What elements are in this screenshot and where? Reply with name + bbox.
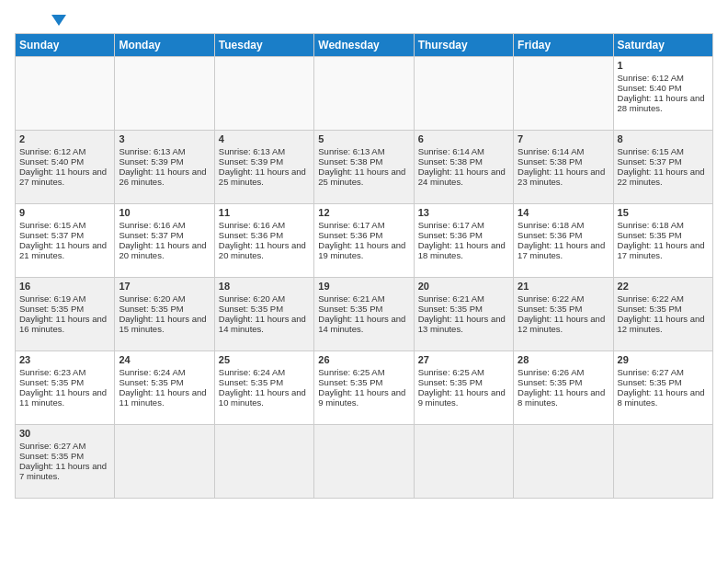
- calendar-cell: 25Sunrise: 6:24 AMSunset: 5:35 PMDayligh…: [214, 351, 313, 425]
- cell-info: Sunrise: 6:23 AMSunset: 5:35 PMDaylight:…: [19, 367, 107, 408]
- day-number: 1: [618, 60, 709, 71]
- day-number: 13: [418, 207, 509, 218]
- calendar-cell: [514, 425, 613, 499]
- calendar-cell: [414, 425, 513, 499]
- cell-info: Sunrise: 6:16 AMSunset: 5:36 PMDaylight:…: [219, 220, 306, 260]
- calendar-cell: 17Sunrise: 6:20 AMSunset: 5:35 PMDayligh…: [115, 278, 214, 351]
- day-number: 30: [19, 428, 110, 439]
- calendar-cell: 24Sunrise: 6:24 AMSunset: 5:35 PMDayligh…: [115, 351, 214, 425]
- column-header-thursday: Thursday: [414, 34, 513, 57]
- calendar-cell: 1Sunrise: 6:12 AMSunset: 5:40 PMDaylight…: [613, 57, 712, 131]
- calendar-cell: [314, 425, 414, 499]
- day-number: 18: [219, 281, 310, 292]
- cell-info: Sunrise: 6:16 AMSunset: 5:37 PMDaylight:…: [119, 220, 206, 260]
- calendar-cell: [115, 425, 214, 499]
- day-number: 26: [318, 354, 409, 365]
- day-number: 19: [318, 281, 409, 292]
- calendar-cell: [115, 57, 214, 131]
- calendar-cell: 2Sunrise: 6:12 AMSunset: 5:40 PMDaylight…: [16, 131, 115, 204]
- day-number: 22: [618, 281, 709, 292]
- calendar-cell: 29Sunrise: 6:27 AMSunset: 5:35 PMDayligh…: [613, 351, 712, 425]
- cell-info: Sunrise: 6:27 AMSunset: 5:35 PMDaylight:…: [19, 441, 107, 481]
- calendar-cell: 20Sunrise: 6:21 AMSunset: 5:35 PMDayligh…: [414, 278, 513, 351]
- calendar-cell: 9Sunrise: 6:15 AMSunset: 5:37 PMDaylight…: [16, 204, 115, 278]
- cell-info: Sunrise: 6:26 AMSunset: 5:35 PMDaylight:…: [518, 367, 605, 408]
- calendar-cell: [613, 425, 712, 499]
- calendar-header-row: SundayMondayTuesdayWednesdayThursdayFrid…: [16, 34, 713, 57]
- calendar-cell: 10Sunrise: 6:16 AMSunset: 5:37 PMDayligh…: [115, 204, 214, 278]
- day-number: 24: [119, 354, 210, 365]
- calendar-cell: 27Sunrise: 6:25 AMSunset: 5:35 PMDayligh…: [414, 351, 513, 425]
- column-header-wednesday: Wednesday: [314, 34, 414, 57]
- calendar-week-row: 2Sunrise: 6:12 AMSunset: 5:40 PMDaylight…: [16, 131, 713, 204]
- calendar-week-row: 1Sunrise: 6:12 AMSunset: 5:40 PMDaylight…: [16, 57, 713, 131]
- cell-info: Sunrise: 6:12 AMSunset: 5:40 PMDaylight:…: [19, 146, 107, 187]
- calendar-cell: 18Sunrise: 6:20 AMSunset: 5:35 PMDayligh…: [214, 278, 313, 351]
- calendar-cell: 30Sunrise: 6:27 AMSunset: 5:35 PMDayligh…: [16, 425, 115, 499]
- cell-info: Sunrise: 6:19 AMSunset: 5:35 PMDaylight:…: [19, 293, 107, 334]
- cell-info: Sunrise: 6:15 AMSunset: 5:37 PMDaylight:…: [19, 220, 107, 260]
- day-number: 17: [119, 281, 210, 292]
- day-number: 10: [119, 207, 210, 218]
- day-number: 2: [19, 133, 110, 144]
- calendar-week-row: 16Sunrise: 6:19 AMSunset: 5:35 PMDayligh…: [16, 278, 713, 351]
- calendar-cell: 21Sunrise: 6:22 AMSunset: 5:35 PMDayligh…: [514, 278, 613, 351]
- calendar-cell: [214, 57, 313, 131]
- calendar-cell: 5Sunrise: 6:13 AMSunset: 5:38 PMDaylight…: [314, 131, 414, 204]
- calendar-cell: 3Sunrise: 6:13 AMSunset: 5:39 PMDaylight…: [115, 131, 214, 204]
- cell-info: Sunrise: 6:14 AMSunset: 5:38 PMDaylight:…: [418, 146, 506, 187]
- calendar-cell: 6Sunrise: 6:14 AMSunset: 5:38 PMDaylight…: [414, 131, 513, 204]
- cell-info: Sunrise: 6:21 AMSunset: 5:35 PMDaylight:…: [418, 293, 506, 334]
- calendar-cell: 26Sunrise: 6:25 AMSunset: 5:35 PMDayligh…: [314, 351, 414, 425]
- column-header-sunday: Sunday: [16, 34, 115, 57]
- cell-info: Sunrise: 6:25 AMSunset: 5:35 PMDaylight:…: [418, 367, 506, 408]
- cell-info: Sunrise: 6:22 AMSunset: 5:35 PMDaylight:…: [518, 293, 605, 334]
- day-number: 8: [618, 133, 709, 144]
- cell-info: Sunrise: 6:13 AMSunset: 5:39 PMDaylight:…: [119, 146, 206, 187]
- cell-info: Sunrise: 6:12 AMSunset: 5:40 PMDaylight:…: [618, 73, 705, 113]
- column-header-saturday: Saturday: [613, 34, 712, 57]
- calendar-cell: 15Sunrise: 6:18 AMSunset: 5:35 PMDayligh…: [613, 204, 712, 278]
- calendar-cell: 4Sunrise: 6:13 AMSunset: 5:39 PMDaylight…: [214, 131, 313, 204]
- cell-info: Sunrise: 6:20 AMSunset: 5:35 PMDaylight:…: [219, 293, 306, 334]
- day-number: 11: [219, 207, 310, 218]
- cell-info: Sunrise: 6:17 AMSunset: 5:36 PMDaylight:…: [418, 220, 506, 260]
- calendar-cell: 7Sunrise: 6:14 AMSunset: 5:38 PMDaylight…: [514, 131, 613, 204]
- day-number: 28: [518, 354, 609, 365]
- day-number: 20: [418, 281, 509, 292]
- cell-info: Sunrise: 6:27 AMSunset: 5:35 PMDaylight:…: [618, 367, 705, 408]
- day-number: 14: [518, 207, 609, 218]
- day-number: 21: [518, 281, 609, 292]
- day-number: 3: [119, 133, 210, 144]
- page-header: [15, 15, 713, 26]
- calendar-cell: [214, 425, 313, 499]
- calendar-table: SundayMondayTuesdayWednesdayThursdayFrid…: [15, 33, 713, 499]
- day-number: 15: [618, 207, 709, 218]
- logo: [15, 15, 66, 26]
- day-number: 25: [219, 354, 310, 365]
- calendar-cell: 19Sunrise: 6:21 AMSunset: 5:35 PMDayligh…: [314, 278, 414, 351]
- cell-info: Sunrise: 6:17 AMSunset: 5:36 PMDaylight:…: [318, 220, 405, 260]
- day-number: 27: [418, 354, 509, 365]
- day-number: 7: [518, 133, 609, 144]
- calendar-cell: 23Sunrise: 6:23 AMSunset: 5:35 PMDayligh…: [16, 351, 115, 425]
- day-number: 29: [618, 354, 709, 365]
- column-header-friday: Friday: [514, 34, 613, 57]
- day-number: 16: [19, 281, 110, 292]
- day-number: 4: [219, 133, 310, 144]
- cell-info: Sunrise: 6:15 AMSunset: 5:37 PMDaylight:…: [618, 146, 705, 187]
- cell-info: Sunrise: 6:25 AMSunset: 5:35 PMDaylight:…: [318, 367, 405, 408]
- cell-info: Sunrise: 6:18 AMSunset: 5:35 PMDaylight:…: [618, 220, 705, 260]
- calendar-week-row: 30Sunrise: 6:27 AMSunset: 5:35 PMDayligh…: [16, 425, 713, 499]
- cell-info: Sunrise: 6:22 AMSunset: 5:35 PMDaylight:…: [618, 293, 705, 334]
- calendar-cell: 13Sunrise: 6:17 AMSunset: 5:36 PMDayligh…: [414, 204, 513, 278]
- calendar-cell: [16, 57, 115, 131]
- calendar-cell: [514, 57, 613, 131]
- day-number: 9: [19, 207, 110, 218]
- column-header-tuesday: Tuesday: [214, 34, 313, 57]
- calendar-cell: 8Sunrise: 6:15 AMSunset: 5:37 PMDaylight…: [613, 131, 712, 204]
- day-number: 6: [418, 133, 509, 144]
- calendar-cell: 16Sunrise: 6:19 AMSunset: 5:35 PMDayligh…: [16, 278, 115, 351]
- cell-info: Sunrise: 6:24 AMSunset: 5:35 PMDaylight:…: [119, 367, 206, 408]
- cell-info: Sunrise: 6:21 AMSunset: 5:35 PMDaylight:…: [318, 293, 405, 334]
